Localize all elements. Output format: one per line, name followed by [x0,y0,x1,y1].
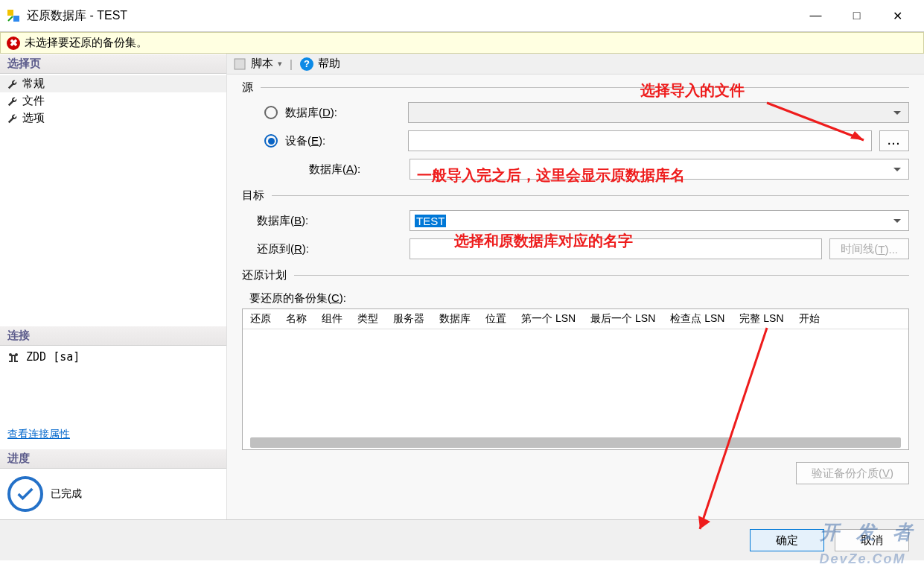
script-dropdown[interactable]: ▾ [278,59,282,69]
connection-value: ZDD [sa] [0,346,226,368]
help-button[interactable]: 帮助 [318,57,340,71]
device-textbox[interactable] [408,130,872,151]
restore-plan-header: 还原计划 [242,268,287,282]
progress-header: 进度 [0,449,226,469]
server-icon [7,352,19,363]
sidebar: 选择页 常规 文件 选项 连接 ZDD [sa] 查看连接属性 进度 [0,54,227,519]
col-checkpoint-lsn[interactable]: 检查点 LSN [663,309,732,329]
col-full-lsn[interactable]: 完整 LSN [732,309,791,329]
sidebar-item-label: 常规 [22,77,45,91]
app-icon [6,8,21,23]
col-start[interactable]: 开始 [791,309,827,329]
grid-header-row: 还原 名称 组件 类型 服务器 数据库 位置 第一个 LSN 最后一个 LSN … [243,309,908,329]
content-pane: 脚本 ▾ | ? 帮助 源 数据库(D): 设备(E): ... 数据库(A): [227,54,924,519]
target-database-combo[interactable]: TEST [410,210,909,231]
radio-device-label: 设备(E): [285,134,408,148]
browse-device-button[interactable]: ... [879,130,909,151]
sidebar-item-files[interactable]: 文件 [0,92,226,110]
source-database-combo [408,102,909,123]
error-message: 未选择要还原的备份集。 [25,36,147,50]
col-position[interactable]: 位置 [478,309,514,329]
backup-sets-label: 要还原的备份集(C): [249,291,909,306]
select-page-header: 选择页 [0,54,226,74]
dialog-footer: 确定 取消 [0,519,924,560]
maximize-button[interactable]: □ [836,1,877,31]
svg-rect-4 [235,59,245,69]
error-icon: ✖ [7,37,20,50]
timeline-button: 时间线(T)... [829,238,909,259]
wrench-icon [7,113,18,124]
sidebar-item-label: 选项 [22,111,45,125]
verify-media-button: 验证备份介质(V) [796,462,909,484]
help-icon: ? [300,57,313,71]
source-database-a-combo[interactable] [410,159,909,180]
close-button[interactable]: ✕ [877,1,918,31]
col-last-lsn[interactable]: 最后一个 LSN [583,309,663,329]
restore-to-label: 还原到(R): [257,242,410,256]
col-database[interactable]: 数据库 [432,309,478,329]
minimize-button[interactable]: — [795,1,836,31]
horizontal-scrollbar[interactable] [250,437,901,448]
target-database-label: 数据库(B): [257,214,410,228]
script-icon [233,57,246,71]
backup-sets-grid[interactable]: 还原 名称 组件 类型 服务器 数据库 位置 第一个 LSN 最后一个 LSN … [242,308,909,450]
col-name[interactable]: 名称 [278,309,314,329]
window-title: 还原数据库 - TEST [27,8,795,24]
database-a-label: 数据库(A): [309,162,410,177]
connection-header: 连接 [0,326,226,346]
restore-to-textbox[interactable] [410,238,822,259]
progress-status: 已完成 [51,487,82,501]
col-first-lsn[interactable]: 第一个 LSN [514,309,583,329]
svg-rect-0 [7,10,13,16]
sidebar-item-label: 文件 [22,94,45,108]
view-connection-link[interactable]: 查看连接属性 [0,428,226,449]
progress-circle-icon [7,476,43,512]
sidebar-item-options[interactable]: 选项 [0,110,226,127]
target-header: 目标 [242,189,264,203]
title-bar: 还原数据库 - TEST — □ ✕ [0,0,924,32]
svg-point-2 [9,353,12,356]
sidebar-item-general[interactable]: 常规 [0,75,226,92]
script-button[interactable]: 脚本 [251,57,273,71]
col-server[interactable]: 服务器 [386,309,432,329]
svg-rect-1 [13,16,19,22]
col-restore[interactable]: 还原 [243,309,278,329]
radio-device[interactable] [264,134,278,148]
error-bar: ✖ 未选择要还原的备份集。 [0,32,924,54]
wrench-icon [7,96,18,107]
wrench-icon [7,79,18,89]
radio-database-label: 数据库(D): [285,106,408,120]
source-header: 源 [242,80,253,95]
radio-database[interactable] [264,106,278,119]
ok-button[interactable]: 确定 [750,529,824,551]
content-toolbar: 脚本 ▾ | ? 帮助 [227,54,924,75]
watermark: 开 发 者 DevZe.CoM [820,519,918,569]
col-type[interactable]: 类型 [350,309,386,329]
svg-point-3 [15,353,18,356]
col-component[interactable]: 组件 [314,309,350,329]
